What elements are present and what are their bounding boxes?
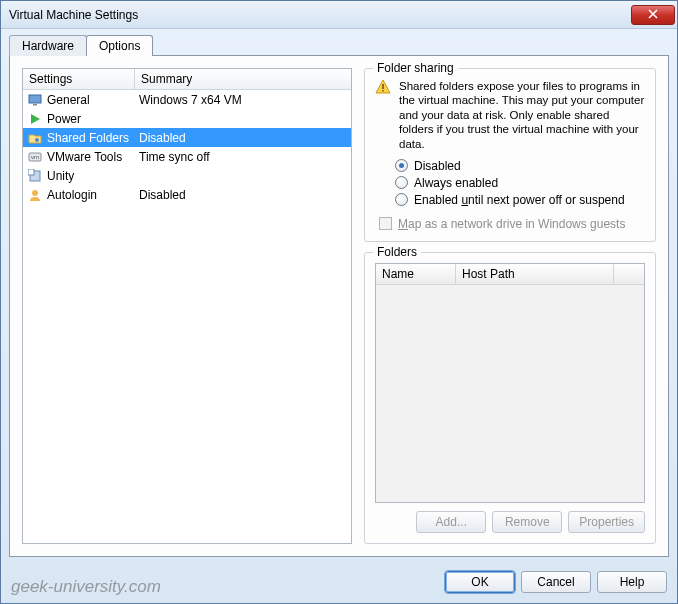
settings-col-header[interactable]: Settings: [23, 69, 135, 89]
svg-rect-11: [382, 90, 383, 91]
folder-share-icon: [27, 130, 43, 146]
svg-point-8: [32, 190, 38, 196]
row-label: Unity: [47, 169, 139, 183]
titlebar: Virtual Machine Settings: [1, 1, 677, 29]
folders-col-name[interactable]: Name: [376, 264, 456, 284]
settings-row-general[interactable]: General Windows 7 x64 VM: [23, 90, 351, 109]
tab-options[interactable]: Options: [86, 35, 153, 56]
svg-marker-2: [31, 114, 40, 124]
add-folder-button[interactable]: Add...: [416, 511, 486, 533]
warning-row: Shared folders expose your files to prog…: [375, 79, 645, 151]
play-icon: [27, 111, 43, 127]
user-icon: [27, 187, 43, 203]
svg-rect-0: [29, 95, 41, 103]
cancel-button[interactable]: Cancel: [521, 571, 591, 593]
svg-rect-10: [382, 84, 383, 89]
summary-col-header[interactable]: Summary: [135, 69, 351, 89]
folders-button-row: Add... Remove Properties: [375, 511, 645, 533]
radio-always-enabled[interactable]: Always enabled: [395, 176, 645, 190]
settings-row-autologin[interactable]: Autologin Disabled: [23, 185, 351, 204]
tabbar: Hardware Options: [1, 29, 677, 56]
row-label: Shared Folders: [47, 131, 139, 145]
folders-title: Folders: [373, 245, 421, 259]
folders-group: Folders Name Host Path Add... Remove Pro…: [364, 252, 656, 544]
settings-list-body: General Windows 7 x64 VM Power Shared Fo…: [23, 90, 351, 543]
remove-folder-button[interactable]: Remove: [492, 511, 562, 533]
row-label: Autologin: [47, 188, 139, 202]
row-summary: Disabled: [139, 131, 347, 145]
folders-list[interactable]: Name Host Path: [375, 263, 645, 503]
map-network-drive-checkbox: Map as a network drive in Windows guests: [379, 217, 645, 231]
row-summary: Time sync off: [139, 150, 347, 164]
folders-col-hostpath[interactable]: Host Path: [456, 264, 614, 284]
folder-sharing-title: Folder sharing: [373, 61, 458, 75]
radio-label: Enabled until next power off or suspend: [414, 193, 625, 207]
row-label: General: [47, 93, 139, 107]
folders-list-header: Name Host Path: [376, 264, 644, 285]
window-title: Virtual Machine Settings: [9, 8, 631, 22]
watermark: geek-university.com: [11, 577, 161, 597]
close-button[interactable]: [631, 5, 675, 25]
tab-hardware[interactable]: Hardware: [9, 35, 87, 56]
folder-properties-button[interactable]: Properties: [568, 511, 645, 533]
svg-text:vm: vm: [31, 154, 39, 160]
row-label: VMware Tools: [47, 150, 139, 164]
settings-row-unity[interactable]: Unity: [23, 166, 351, 185]
radio-label: Always enabled: [414, 176, 498, 190]
checkbox-icon: [379, 217, 392, 230]
checkbox-label: Map as a network drive in Windows guests: [398, 217, 625, 231]
bottom-bar: geek-university.com OK Cancel Help: [1, 565, 677, 603]
vm-icon: vm: [27, 149, 43, 165]
warning-icon: [375, 79, 391, 95]
row-summary: Windows 7 x64 VM: [139, 93, 347, 107]
radio-icon: [395, 193, 408, 206]
radio-icon: [395, 176, 408, 189]
content-area: Settings Summary General Windows 7 x64 V…: [9, 55, 669, 557]
svg-rect-1: [33, 104, 37, 106]
row-label: Power: [47, 112, 139, 126]
settings-row-shared-folders[interactable]: Shared Folders Disabled: [23, 128, 351, 147]
vm-settings-window: Virtual Machine Settings Hardware Option…: [0, 0, 678, 604]
svg-rect-7: [28, 169, 34, 175]
folders-col-end: [614, 264, 644, 284]
close-icon: [648, 9, 658, 21]
right-pane: Folder sharing Shared folders expose you…: [364, 68, 656, 544]
warning-text: Shared folders expose your files to prog…: [399, 79, 645, 151]
radio-disabled[interactable]: Disabled: [395, 159, 645, 173]
settings-row-vmware-tools[interactable]: vm VMware Tools Time sync off: [23, 147, 351, 166]
row-summary: Disabled: [139, 188, 347, 202]
settings-list: Settings Summary General Windows 7 x64 V…: [22, 68, 352, 544]
radio-label: Disabled: [414, 159, 461, 173]
monitor-icon: [27, 92, 43, 108]
unity-icon: [27, 168, 43, 184]
svg-point-3: [35, 138, 39, 142]
ok-button[interactable]: OK: [445, 571, 515, 593]
settings-list-header: Settings Summary: [23, 69, 351, 90]
settings-row-power[interactable]: Power: [23, 109, 351, 128]
radio-enabled-until-off[interactable]: Enabled until next power off or suspend: [395, 193, 645, 207]
folder-sharing-group: Folder sharing Shared folders expose you…: [364, 68, 656, 242]
help-button[interactable]: Help: [597, 571, 667, 593]
radio-icon: [395, 159, 408, 172]
